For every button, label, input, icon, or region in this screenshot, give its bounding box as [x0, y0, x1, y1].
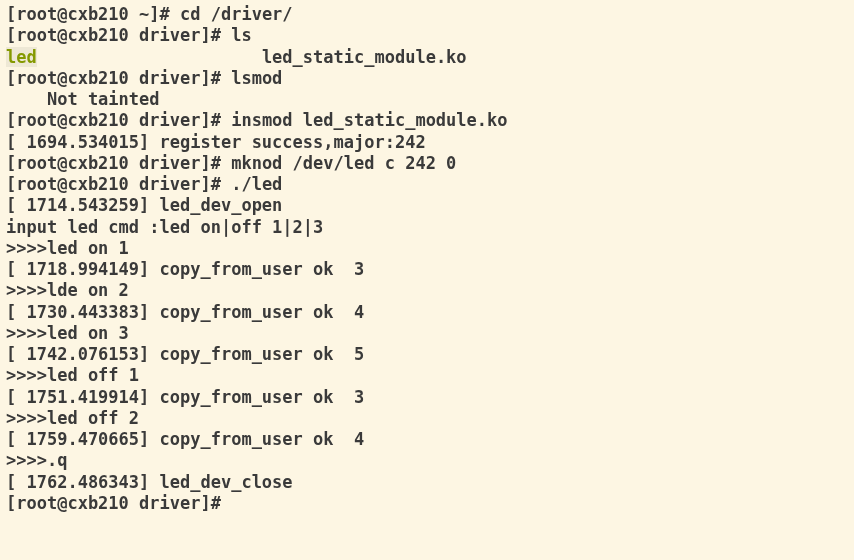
- command-text: ls: [231, 25, 251, 45]
- output-line: >>>>lde on 2: [6, 280, 848, 301]
- shell-prompt: [root@cxb210 driver]#: [6, 25, 231, 45]
- output-line: [ 1742.076153] copy_from_user ok 5: [6, 344, 848, 365]
- shell-prompt: [root@cxb210 driver]#: [6, 110, 231, 130]
- terminal-line: [root@cxb210 driver]# mknod /dev/led c 2…: [6, 153, 848, 174]
- terminal-line: [root@cxb210 driver]# insmod led_static_…: [6, 110, 848, 131]
- output-line: Not tainted: [6, 89, 848, 110]
- shell-prompt: [root@cxb210 ~]#: [6, 4, 180, 24]
- output-line: [ 1730.443383] copy_from_user ok 4: [6, 302, 848, 323]
- terminal-line: [root@cxb210 driver]# ./led: [6, 174, 848, 195]
- ls-output-line: led led_static_module.ko: [6, 47, 848, 68]
- command-text: insmod led_static_module.ko: [231, 110, 507, 130]
- shell-prompt: [root@cxb210 driver]#: [6, 174, 231, 194]
- terminal-line: [root@cxb210 ~]# cd /driver/: [6, 4, 848, 25]
- output-line: [ 1718.994149] copy_from_user ok 3: [6, 259, 848, 280]
- output-line: [ 1762.486343] led_dev_close: [6, 472, 848, 493]
- shell-prompt: [root@cxb210 driver]#: [6, 68, 231, 88]
- terminal-line[interactable]: [root@cxb210 driver]#: [6, 493, 848, 514]
- output-line: >>>>led on 1: [6, 238, 848, 259]
- command-text: lsmod: [231, 68, 282, 88]
- shell-prompt: [root@cxb210 driver]#: [6, 153, 231, 173]
- output-line: [ 1714.543259] led_dev_open: [6, 195, 848, 216]
- output-line: >>>>led off 1: [6, 365, 848, 386]
- output-line: [ 1751.419914] copy_from_user ok 3: [6, 387, 848, 408]
- output-line: [ 1759.470665] copy_from_user ok 4: [6, 429, 848, 450]
- command-text: cd /driver/: [180, 4, 293, 24]
- output-line: input led cmd :led on|off 1|2|3: [6, 217, 848, 238]
- command-text: mknod /dev/led c 242 0: [231, 153, 456, 173]
- output-line: >>>>led off 2: [6, 408, 848, 429]
- shell-prompt: [root@cxb210 driver]#: [6, 493, 231, 513]
- ls-file-entry: led_static_module.ko: [37, 47, 467, 67]
- ls-directory-entry: led: [6, 47, 37, 67]
- command-text: ./led: [231, 174, 282, 194]
- output-line: >>>>.q: [6, 450, 848, 471]
- terminal-line: [root@cxb210 driver]# lsmod: [6, 68, 848, 89]
- terminal-line: [root@cxb210 driver]# ls: [6, 25, 848, 46]
- output-line: [ 1694.534015] register success,major:24…: [6, 132, 848, 153]
- output-line: >>>>led on 3: [6, 323, 848, 344]
